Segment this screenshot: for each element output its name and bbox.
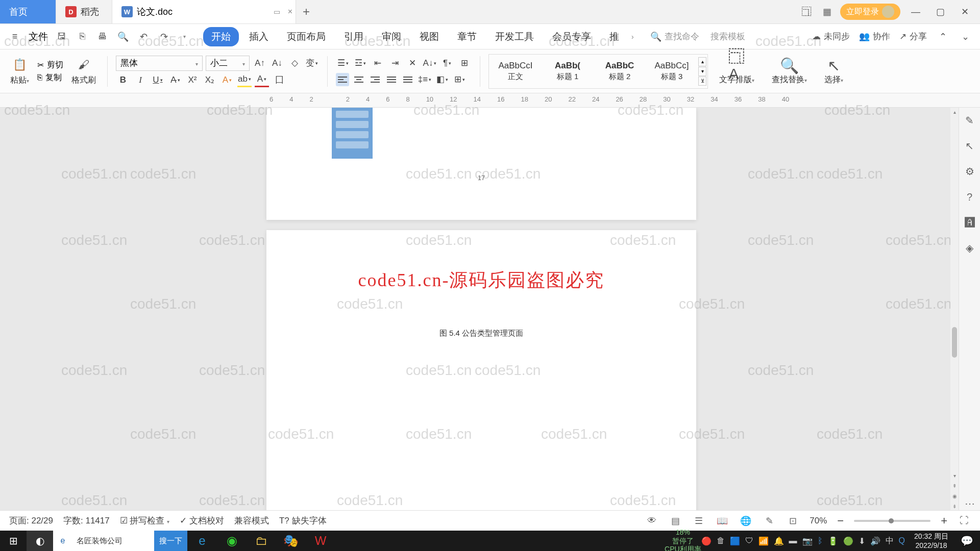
search-submit[interactable]: 搜一下 <box>154 531 187 551</box>
text-layout-button[interactable]: ⿹A 文字排版 <box>713 57 761 85</box>
template-search[interactable]: 搜索模板 <box>710 31 745 42</box>
align-left-icon[interactable] <box>336 73 349 86</box>
select-button[interactable]: ↖ 选择 <box>818 57 849 85</box>
tab-document[interactable]: W 论文.doc ▭ × <box>112 0 296 23</box>
strikethrough-button[interactable]: A̶ <box>168 73 182 87</box>
start-button[interactable]: ⊞ <box>0 531 27 551</box>
zoom-thumb[interactable] <box>889 518 894 523</box>
outline-view-icon[interactable]: ☰ <box>692 514 705 528</box>
menu-icon[interactable]: ≡ <box>8 30 21 43</box>
align-distribute-icon[interactable] <box>401 73 414 86</box>
help-tool-icon[interactable]: ? <box>963 190 976 204</box>
tab-references[interactable]: 引用 <box>336 27 372 46</box>
bluetooth-icon[interactable]: ᛒ <box>818 536 823 545</box>
tab-stops-icon[interactable]: ⊞ <box>457 56 472 70</box>
app-unknown[interactable]: 🎭 <box>276 531 306 551</box>
volume-icon[interactable]: 🔊 <box>870 536 880 546</box>
align-center-icon[interactable] <box>352 73 365 86</box>
app-360[interactable]: ◉ <box>217 531 247 551</box>
shrink-font-icon[interactable]: A↓ <box>270 56 284 70</box>
font-size-select[interactable]: 小二 <box>206 56 250 71</box>
apps-icon[interactable]: ▦ <box>820 5 834 19</box>
tray-icon[interactable]: 🟢 <box>843 536 853 546</box>
undo-icon[interactable]: ↶ <box>137 30 150 43</box>
font-color-icon[interactable]: A <box>255 73 269 87</box>
bullets-icon[interactable]: ☰ <box>336 56 350 70</box>
layout-icon[interactable]: ⿹ <box>799 5 814 19</box>
numbering-icon[interactable]: ☲ <box>353 56 368 70</box>
tab-add-button[interactable]: + <box>296 0 316 23</box>
italic-button[interactable]: I <box>133 73 148 87</box>
close-button[interactable]: ✕ <box>955 6 974 17</box>
style-normal[interactable]: AaBbCcI正文 <box>490 56 541 87</box>
translate-tool-icon[interactable]: 🅰 <box>963 216 976 229</box>
tray-icon[interactable]: 🟦 <box>730 536 740 546</box>
doc-proof[interactable]: ✓ 文档校对 <box>180 515 224 527</box>
redo-icon[interactable]: ↷ <box>157 30 170 43</box>
tab-view[interactable]: 视图 <box>411 27 447 46</box>
fullscreen-icon[interactable]: ⛶ <box>958 514 971 528</box>
style-expand-icon[interactable]: ⊻ <box>698 77 706 86</box>
clear-format-icon[interactable]: ◇ <box>287 56 302 70</box>
cpu-widget[interactable]: 18% 暂停了 CPU利用率 <box>665 528 701 551</box>
save-icon[interactable]: 🖫 <box>55 30 68 43</box>
tab-docer[interactable]: D 稻壳 <box>56 0 112 23</box>
align-right-icon[interactable] <box>369 73 382 86</box>
format-painter-label[interactable]: 格式刷 <box>71 75 96 86</box>
taskbar-search[interactable]: e 名匠装饰公司 搜一下 <box>53 531 187 551</box>
bold-button[interactable]: B <box>116 73 130 87</box>
text-effects-icon[interactable]: A <box>220 73 234 87</box>
zoom-out-button[interactable]: − <box>837 514 844 528</box>
missing-font[interactable]: T? 缺失字体 <box>279 515 327 527</box>
show-marks-icon[interactable]: ¶ <box>440 56 454 70</box>
clock[interactable]: 20:32 周日 2022/9/18 <box>909 532 953 550</box>
tab-review[interactable]: 审阅 <box>374 27 409 46</box>
action-center-icon[interactable]: 💬 <box>953 531 980 551</box>
superscript-button[interactable]: X² <box>185 73 200 87</box>
tray-icon[interactable]: Q <box>899 536 905 545</box>
maximize-button[interactable]: ▢ <box>931 6 949 17</box>
pen-tool-icon[interactable]: ✎ <box>963 114 976 127</box>
borders-icon[interactable]: ⊞ <box>452 72 467 87</box>
settings-tool-icon[interactable]: ⚙ <box>963 165 976 178</box>
edit-mode-icon[interactable]: ✎ <box>763 514 776 528</box>
align-justify-icon[interactable] <box>385 73 398 86</box>
tab-close-icon[interactable]: × <box>288 7 292 16</box>
asian-layout-icon[interactable]: ✕ <box>405 56 420 70</box>
subscript-button[interactable]: X₂ <box>203 73 217 87</box>
tab-home[interactable]: 首页 <box>0 0 56 23</box>
tab-more[interactable]: 推 <box>601 27 627 46</box>
underline-button[interactable]: U <box>151 73 165 87</box>
zoom-fit-icon[interactable]: ⊡ <box>786 514 799 528</box>
phonetic-icon[interactable]: 变 <box>305 56 319 70</box>
ruler[interactable]: 642246810121416182022242628303234363840 <box>0 93 980 108</box>
compat-mode[interactable]: 兼容模式 <box>234 515 269 527</box>
tray-icon[interactable]: 🗑 <box>717 536 725 545</box>
copy-button[interactable]: ⎘复制 <box>37 72 63 83</box>
brush-icon[interactable]: 🖌 <box>76 57 92 73</box>
tray-icon[interactable]: 🛡 <box>745 536 753 545</box>
tray-icon[interactable]: 📷 <box>802 536 813 546</box>
tab-layout[interactable]: 页面布局 <box>279 27 334 46</box>
tab-devtools[interactable]: 开发工具 <box>487 27 542 46</box>
tray-icon[interactable]: ⬇ <box>859 536 865 546</box>
zoom-in-button[interactable]: + <box>941 514 947 528</box>
style-heading2[interactable]: AaBbC标题 2 <box>594 56 645 87</box>
page-view-icon[interactable]: ▤ <box>669 514 682 528</box>
expand-ribbon-icon[interactable]: ⌄ <box>959 30 972 43</box>
diamond-tool-icon[interactable]: ◈ <box>963 241 976 255</box>
style-heading1[interactable]: AaBb(标题 1 <box>542 56 593 87</box>
paste-icon[interactable]: 📋 <box>12 57 28 73</box>
increase-indent-icon[interactable]: ⇥ <box>388 56 402 70</box>
battery-icon[interactable]: 🔋 <box>828 536 838 546</box>
style-down-icon[interactable]: ▾ <box>698 67 706 76</box>
prev-page-icon[interactable]: ⇞ <box>950 482 959 490</box>
preview-icon[interactable]: 🔍 <box>116 30 130 43</box>
qat-more-icon[interactable] <box>178 30 191 43</box>
tray-icon[interactable]: ▬ <box>789 536 797 545</box>
notification-icon[interactable]: 🔔 <box>774 536 784 546</box>
wifi-icon[interactable]: 📶 <box>758 536 769 546</box>
line-spacing-icon[interactable]: ‡≡ <box>418 72 432 87</box>
more-tools-icon[interactable]: ⋯ <box>963 497 976 510</box>
tab-chapter[interactable]: 章节 <box>449 27 485 46</box>
